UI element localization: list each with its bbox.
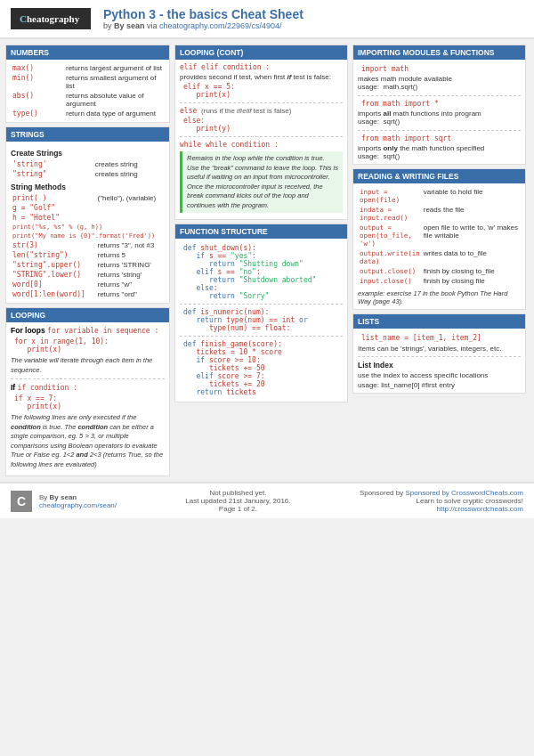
if-block: If if condition : <box>11 383 165 392</box>
import-desc-3: imports only the math function specified <box>358 144 521 152</box>
table-row: output =open(to_file,'w') open file to w… <box>358 223 521 248</box>
list-index-usage: usage: list_name[0] #first entry <box>358 381 521 389</box>
import-code-3: from math import sqrt <box>358 134 521 142</box>
footer-published: Not published yet. <box>185 489 290 497</box>
table-row: print("%s, %s" % (g, h)) <box>11 223 165 232</box>
import-usage-3: usage: sqrt() <box>358 152 521 160</box>
import-usage-1: usage: math.sqrt() <box>358 83 521 91</box>
table-row: type()return data type of argument <box>11 109 165 118</box>
else-code: else (runs if the if/elif test is false) <box>180 107 343 115</box>
import-block-1: import math makes math module available … <box>358 65 521 91</box>
lists-body: list_name = [item_1, item_2] Items can b… <box>353 329 525 393</box>
importing-body: import math makes math module available … <box>353 60 525 164</box>
table-row: g = "Golf" <box>11 203 165 213</box>
reading-writing-table: input =open(file) variable to hold file … <box>358 187 521 286</box>
main-content: NUMBERS max()returns largest argument of… <box>0 39 534 482</box>
func-code-2: def is_numeric(num): return type(num) ==… <box>180 308 343 332</box>
create-strings-title: Create Strings <box>11 149 165 158</box>
footer-page: Page 1 of 2. <box>185 505 290 513</box>
looping-section: LOOPING For loops for variable in sequen… <box>5 307 170 476</box>
elif-desc: provides second if test, when first if t… <box>180 73 343 81</box>
rw-example: example: exercise 17 in the book Python … <box>358 289 521 305</box>
for-note: The variable will iterate through each i… <box>11 356 165 375</box>
importing-section: IMPORTING MODULES & FUNCTIONS import mat… <box>352 45 526 165</box>
header: Cheatography Python 3 - the basics Cheat… <box>0 0 534 39</box>
table-row: word[1:len(word)]returns "ord" <box>11 289 165 299</box>
while-note: Remains in the loop while the condition … <box>180 151 343 213</box>
import-code-1: import math <box>358 65 521 73</box>
footer-logo: C <box>11 491 32 512</box>
numbers-section: NUMBERS max()returns largest argument of… <box>5 45 170 123</box>
left-column: NUMBERS max()returns largest argument of… <box>5 45 170 476</box>
footer-author: By By sean <box>39 493 117 501</box>
footer-author-block: By By sean cheatography.com/sean/ <box>39 493 117 509</box>
for-example: for x in range(1, 10): print(x) <box>11 337 165 354</box>
function-structure-header: FUNCTION STRUCTURE <box>175 224 347 239</box>
table-row: min()returns smallest argument of list <box>11 73 165 91</box>
table-row: str(3)returns "3", not #3 <box>11 240 165 250</box>
table-row: abs()returns absolute value of argument <box>11 91 165 109</box>
footer-left: C By By sean cheatography.com/sean/ <box>11 489 117 513</box>
list-code-1: list_name = [item_1, item_2] <box>358 334 521 342</box>
lists-header: LISTS <box>353 314 525 329</box>
page-title: Python 3 - the basics Cheat Sheet <box>103 7 303 21</box>
table-row: input.close() finish by closing file <box>358 276 521 286</box>
middle-column: LOOPING (cont) elif elif condition : pro… <box>174 45 348 476</box>
table-row: print("My name is {0}".format('Fred')) <box>11 232 165 240</box>
footer-sponsor-text: Sponsored by Sponsored by CrosswordCheat… <box>360 489 523 497</box>
function-structure-body: def shut_down(s): if s == "yes": return … <box>175 239 347 402</box>
table-row: max()returns largest argument of list <box>11 63 165 73</box>
looping-cont-header: LOOPING (cont) <box>175 45 347 60</box>
numbers-body: max()returns largest argument of list mi… <box>6 60 169 122</box>
header-link[interactable]: cheatography.com/22969/cs/4904/ <box>159 21 281 30</box>
list-index-desc: use the index to access specific locatio… <box>358 371 521 379</box>
list-desc-1: Items can be 'strings', variables, integ… <box>358 345 521 353</box>
footer-center: Not published yet. Last updated 21st Jan… <box>185 489 290 513</box>
right-column: IMPORTING MODULES & FUNCTIONS import mat… <box>352 45 526 476</box>
strings-header: STRINGS <box>6 127 169 142</box>
lists-section: LISTS list_name = [item_1, item_2] Items… <box>352 313 526 394</box>
string-methods-title: String Methods <box>11 183 165 191</box>
list-index-title: List Index <box>358 361 521 370</box>
for-label: For loops <box>11 326 47 335</box>
reading-writing-body: input =open(file) variable to hold file … <box>353 183 525 309</box>
for-code: for variable in sequence : <box>47 327 158 335</box>
page-subtitle: by By sean via cheatography.com/22969/cs… <box>103 21 303 30</box>
import-desc-2: imports all math functions into program <box>358 110 521 118</box>
elif-code: elif elif condition : <box>180 63 343 71</box>
string-methods-table: print( )("hello"), (variable) g = "Golf"… <box>11 193 165 299</box>
looping-cont-section: LOOPING (cont) elif elif condition : pro… <box>174 45 348 220</box>
table-row: "STRING".lower()returns 'string' <box>11 270 165 280</box>
if-note: The following lines are only executed if… <box>11 413 165 469</box>
table-row: h = "Hotel" <box>11 213 165 223</box>
import-code-2: from math import * <box>358 100 521 108</box>
footer-sponsor-url-a[interactable]: http://crosswordcheats.com <box>437 505 523 513</box>
table-row: len("string")returns 5 <box>11 250 165 260</box>
import-block-2: from math import * imports all math func… <box>358 100 521 126</box>
func-code-1: def shut_down(s): if s == "yes": return … <box>180 244 343 300</box>
reading-writing-section: READING & WRITING FILES input =open(file… <box>352 168 526 310</box>
table-row: 'string'creates string <box>11 159 165 169</box>
import-desc-1: makes math module available <box>358 75 521 83</box>
strings-section: STRINGS Create Strings 'string'creates s… <box>5 126 170 304</box>
function-structure-section: FUNCTION STRUCTURE def shut_down(s): if … <box>174 224 348 402</box>
footer-updated: Last updated 21st January, 2016. <box>185 497 290 505</box>
footer: C By By sean cheatography.com/sean/ Not … <box>0 482 534 518</box>
footer-author-link: cheatography.com/sean/ <box>39 501 117 509</box>
looping-body: For loops for variable in sequence : for… <box>6 322 169 476</box>
table-row: output.write(indata) writes data to to_f… <box>358 248 521 266</box>
else-example: else: print(y) <box>180 117 343 133</box>
importing-header: IMPORTING MODULES & FUNCTIONS <box>353 45 525 60</box>
table-row: input =open(file) variable to hold file <box>358 187 521 205</box>
while-code: while while condition : <box>180 141 343 149</box>
if-code: if condition : <box>18 384 77 392</box>
reading-writing-header: READING & WRITING FILES <box>353 169 525 183</box>
table-row: indata =input.read() reads the file <box>358 205 521 223</box>
footer-sponsor-desc: Learn to solve cryptic crosswords! <box>360 497 523 505</box>
strings-body: Create Strings 'string'creates string "s… <box>6 142 169 303</box>
if-example: if x == 7: print(x) <box>11 394 165 411</box>
if-label: If <box>11 383 18 392</box>
footer-author-link-a[interactable]: cheatography.com/sean/ <box>39 501 117 509</box>
footer-sponsor-link[interactable]: Sponsored by CrosswordCheats.com <box>405 489 523 497</box>
numbers-header: NUMBERS <box>6 45 169 60</box>
